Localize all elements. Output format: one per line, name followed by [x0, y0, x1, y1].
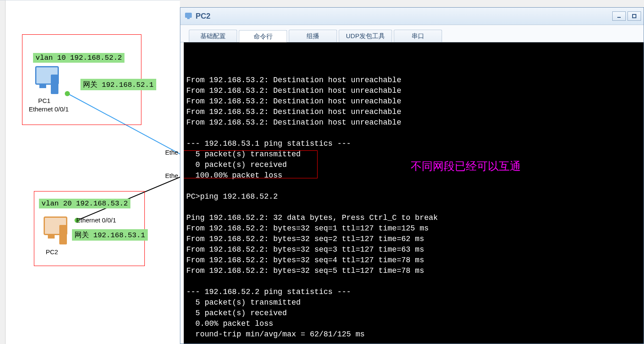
pc1-vlan-tag: vlan 10 192.168.52.2 — [33, 53, 124, 63]
svg-rect-5 — [187, 18, 190, 19]
terminal-line: From 192.168.52.2: bytes=32 seq=4 ttl=12… — [186, 255, 644, 266]
terminal-line: --- 192.168.53.1 ping statistics --- — [186, 139, 644, 149]
terminal-line: 0.00% packet loss — [186, 319, 644, 329]
tab-udp-tool[interactable]: UDP发包工具 — [339, 30, 392, 42]
terminal-line — [186, 128, 644, 139]
pc2-window: PC2 基础配置 命令行 组播 UDP发包工具 串口 From 192.168.… — [180, 7, 644, 344]
terminal-line: From 192.168.53.2: Destination host unre… — [186, 86, 644, 96]
pc1-name-label: PC1 — [38, 97, 50, 104]
pc2-vlan-tag: vlan 20 192.168.53.2 — [39, 199, 130, 208]
terminal-line: 5 packet(s) transmitted — [186, 297, 644, 308]
terminal-line: round-trip min/avg/max = 62/81/125 ms — [186, 329, 644, 340]
pc1-gateway-tag: 网关 192.168.52.1 — [80, 79, 156, 90]
titlebar[interactable]: PC2 — [180, 8, 644, 25]
maximize-button[interactable] — [627, 11, 641, 21]
terminal-line: From 192.168.52.2: bytes=32 seq=2 ttl=12… — [186, 234, 644, 244]
terminal-line: --- 192.168.52.2 ping statistics --- — [186, 287, 644, 297]
terminal-line: From 192.168.52.2: bytes=32 seq=5 ttl=12… — [186, 266, 644, 276]
terminal-output[interactable]: From 192.168.53.2: Destination host unre… — [184, 42, 644, 344]
tab-basic-config[interactable]: 基础配置 — [189, 30, 237, 42]
terminal-line: From 192.168.53.2: Destination host unre… — [186, 96, 644, 107]
tab-serial[interactable]: 串口 — [394, 30, 442, 42]
terminal-line: Ping 192.168.52.2: 32 data bytes, Press … — [186, 213, 644, 223]
annotation-overlay: 不同网段已经可以互通 — [411, 159, 521, 174]
topology-canvas[interactable]: vlan 10 192.168.52.2 网关 192.168.52.1 PC1… — [0, 0, 180, 344]
tabs-row: 基础配置 命令行 组播 UDP发包工具 串口 — [180, 25, 644, 42]
pc2-name-label: PC2 — [46, 248, 58, 255]
pc1-icon[interactable] — [34, 66, 59, 96]
window-title: PC2 — [196, 12, 611, 21]
svg-rect-7 — [633, 14, 636, 18]
pc2-port-label: Ethernet 0/0/1 — [76, 216, 116, 224]
terminal-line: 5 packet(s) transmitted — [186, 149, 644, 160]
pc2-gateway-tag: 网关 192.168.53.1 — [72, 229, 148, 241]
pc2-icon[interactable] — [42, 216, 68, 246]
pc1-port-label: Ethernet 0/0/1 — [29, 105, 69, 113]
minimize-button[interactable] — [612, 11, 626, 21]
tab-multicast[interactable]: 组播 — [289, 30, 337, 42]
terminal-line: 5 packet(s) received — [186, 308, 644, 319]
terminal-line — [186, 181, 644, 191]
terminal-line: From 192.168.52.2: bytes=32 seq=3 ttl=12… — [186, 244, 644, 255]
terminal-line: From 192.168.52.2: bytes=32 seq=1 ttl=12… — [186, 223, 644, 234]
switch-port-bottom-label: Ethe — [165, 172, 178, 179]
terminal-line — [186, 202, 644, 213]
terminal-line: From 192.168.53.2: Destination host unre… — [186, 75, 644, 86]
tab-command-line[interactable]: 命令行 — [239, 30, 287, 42]
terminal-line — [186, 340, 644, 344]
terminal-line: From 192.168.53.2: Destination host unre… — [186, 107, 644, 117]
app-icon — [184, 11, 193, 21]
terminal-line — [186, 276, 644, 287]
terminal-line: From 192.168.53.2: Destination host unre… — [186, 117, 644, 128]
terminal-line: PC>ping 192.168.52.2 — [186, 191, 644, 202]
switch-port-top-label: Ethe — [165, 149, 178, 156]
svg-rect-4 — [185, 13, 192, 18]
